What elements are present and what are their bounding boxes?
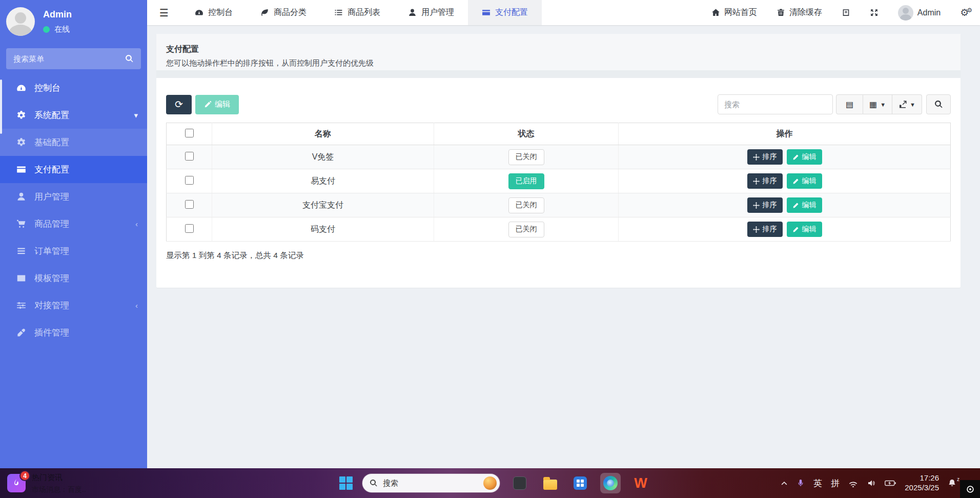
sort-button[interactable]: 排序 (747, 222, 783, 237)
search-icon (370, 479, 378, 487)
taskbar-search[interactable]: 搜索 (362, 474, 500, 492)
columns-grid-icon: ▦ (869, 99, 877, 109)
search-highlight-icon (483, 476, 497, 490)
sidebar-item-integration-management[interactable]: 对接管理 ‹ (0, 292, 147, 319)
notification-badge: 4 (19, 470, 30, 481)
export-dropdown-button[interactable]: ▼ (892, 94, 922, 114)
wifi-icon[interactable] (848, 480, 858, 487)
start-button[interactable] (339, 476, 353, 490)
tab-dashboard[interactable]: 控制台 (181, 0, 247, 25)
row-checkbox[interactable] (185, 200, 194, 209)
sort-button[interactable]: 排序 (747, 149, 783, 165)
edit-button[interactable]: 编辑 (787, 149, 822, 165)
clear-cache-link[interactable]: 清除缓存 (767, 0, 832, 25)
chevron-left-icon: ‹ (135, 301, 138, 310)
sidebar-item-user-management[interactable]: 用户管理 (0, 183, 147, 210)
edit-label: 编辑 (802, 176, 816, 186)
sidebar-item-template-management[interactable]: 模板管理 (0, 265, 147, 292)
site-home-link[interactable]: 网站首页 (702, 0, 767, 25)
plugin-icon (15, 327, 27, 338)
admin-menu[interactable]: Admin (888, 0, 950, 25)
notification-center-button[interactable]: z (948, 479, 956, 488)
status-badge[interactable]: 已关闭 (508, 149, 544, 165)
taskbar-app-store[interactable] (570, 473, 590, 493)
menu-search-input[interactable] (13, 54, 125, 63)
wps-icon: W (634, 476, 647, 490)
screen-corner-tool[interactable] (960, 480, 980, 498)
menu-search-box[interactable] (6, 48, 141, 69)
list-icon (15, 246, 27, 257)
taskbar-search-label: 搜索 (383, 479, 483, 488)
status-badge[interactable]: 已关闭 (508, 222, 544, 237)
sidebar-toggle-button[interactable]: ☰ (147, 0, 181, 25)
toolbar-right: ▤ ▦▼ ▼ (718, 94, 951, 114)
row-checkbox[interactable] (185, 176, 194, 185)
status-badge[interactable]: 已关闭 (508, 197, 544, 213)
column-header-status[interactable]: 状态 (434, 123, 619, 145)
payment-table: 名称 状态 操作 V免签 已关闭 排序 (166, 123, 951, 242)
sidebar-item-label: 模板管理 (34, 272, 69, 284)
edit-button[interactable]: 编辑 (787, 173, 822, 189)
leaf-icon (260, 8, 269, 17)
ime-language-indicator[interactable]: 英 (813, 477, 822, 489)
panel-heading: 支付配置 您可以拖动操作栏中的排序按钮，从而控制用户支付的优先级 (156, 34, 961, 70)
user-avatar[interactable] (6, 7, 35, 36)
ime-pinyin-indicator[interactable]: 拼 (831, 477, 840, 489)
tray-chevron-up[interactable] (781, 480, 788, 487)
tab-goods-list[interactable]: 商品列表 (320, 0, 394, 25)
toggle-view-button[interactable]: ▤ (836, 94, 863, 114)
tab-label: 商品列表 (348, 7, 380, 18)
sidebar-item-goods-management[interactable]: 商品管理 ‹ (0, 210, 147, 237)
sidebar-item-label: 支付配置 (34, 164, 69, 175)
site-home-label: 网站首页 (724, 7, 757, 18)
sidebar-menu: 控制台 系统配置 ▾ 基础配置 支付配置 用户管理 商品管理 (0, 74, 147, 346)
search-toggle-button[interactable] (926, 94, 951, 114)
sidebar-scrollbar[interactable] (0, 79, 2, 134)
taskbar-app-snipping[interactable] (509, 473, 530, 493)
sort-label: 排序 (763, 201, 777, 210)
column-header-name[interactable]: 名称 (212, 123, 434, 145)
columns-dropdown-button[interactable]: ▦▼ (863, 94, 892, 114)
taskbar-app-explorer[interactable] (540, 473, 560, 493)
sidebar-item-payment-config[interactable]: 支付配置 (0, 156, 147, 183)
export-icon (899, 101, 907, 109)
target-icon (966, 485, 975, 494)
fullscreen-toggle[interactable] (860, 0, 888, 25)
table-search-input[interactable] (718, 94, 833, 114)
settings-menu[interactable]: ⚙⚙ (950, 0, 980, 25)
taskbar-app-wps[interactable]: W (630, 473, 651, 493)
tab-payment-config[interactable]: 支付配置 (468, 0, 542, 25)
select-all-checkbox[interactable] (185, 129, 194, 137)
widgets-button[interactable]: 4 热门资讯 市场消息：百度.. (7, 471, 86, 494)
status-badge[interactable]: 已启用 (508, 173, 544, 189)
sidebar-item-dashboard[interactable]: 控制台 (0, 74, 147, 102)
edit-button[interactable]: 编辑 (787, 222, 822, 237)
gear-icon (15, 110, 27, 121)
sort-button[interactable]: 排序 (747, 173, 783, 189)
edit-button[interactable]: 编辑 (787, 197, 822, 213)
tab-user-management[interactable]: 用户管理 (394, 0, 468, 25)
sidebar-item-system-config[interactable]: 系统配置 ▾ (0, 102, 147, 129)
fullscreen-icon (870, 8, 879, 17)
battery-icon[interactable] (885, 480, 896, 487)
batch-edit-button[interactable]: 编辑 (195, 95, 239, 114)
clock-time: 17:26 (905, 473, 939, 483)
taskbar-clock[interactable]: 17:26 2025/3/25 (905, 473, 939, 493)
sort-button[interactable]: 排序 (747, 197, 783, 213)
sidebar-item-plugin-management[interactable]: 插件管理 (0, 319, 147, 346)
batch-edit-label: 编辑 (215, 99, 230, 109)
taskbar-app-edge[interactable] (600, 473, 621, 493)
speaker-icon[interactable] (867, 479, 876, 487)
payment-name: 支付宝支付 (212, 193, 434, 217)
row-checkbox[interactable] (185, 152, 194, 161)
tray-microphone[interactable] (797, 479, 805, 488)
sidebar-item-label: 基础配置 (34, 136, 69, 148)
refresh-button[interactable]: ⟳ (166, 95, 192, 114)
tab-goods-category[interactable]: 商品分类 (247, 0, 320, 25)
row-checkbox[interactable] (185, 224, 194, 233)
manual-link[interactable] (832, 0, 860, 25)
sidebar-item-basic-config[interactable]: 基础配置 (0, 129, 147, 156)
column-header-operate: 操作 (619, 123, 951, 145)
sidebar-item-order-management[interactable]: 订单管理 (0, 237, 147, 265)
chevron-down-icon: ▾ (134, 111, 138, 120)
